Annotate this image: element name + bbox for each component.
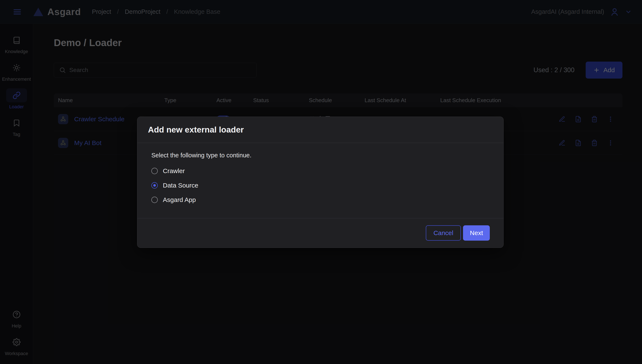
radio-label: Asgard App xyxy=(163,196,196,204)
radio-label: Crawler xyxy=(163,167,185,174)
radio-button[interactable] xyxy=(151,182,158,188)
next-button[interactable]: Next xyxy=(463,225,490,240)
modal-body: Select the following type to continue. C… xyxy=(137,143,503,218)
modal-footer: Cancel Next xyxy=(137,218,503,248)
radio-label: Data Source xyxy=(163,182,198,189)
radio-option-crawler[interactable]: Crawler xyxy=(151,167,489,174)
modal-prompt: Select the following type to continue. xyxy=(151,152,489,159)
radio-button[interactable] xyxy=(151,197,158,203)
radio-button[interactable] xyxy=(151,168,158,174)
add-loader-modal: Add new external loader Select the follo… xyxy=(137,116,504,248)
modal-title: Add new external loader xyxy=(148,125,244,134)
radio-option-asgard-app[interactable]: Asgard App xyxy=(151,196,489,204)
radio-option-data-source[interactable]: Data Source xyxy=(151,182,489,189)
modal-header: Add new external loader xyxy=(137,117,503,143)
cancel-button[interactable]: Cancel xyxy=(426,225,461,240)
app-screen: Asgard Project / DemoProject / Knowledge… xyxy=(0,0,642,364)
